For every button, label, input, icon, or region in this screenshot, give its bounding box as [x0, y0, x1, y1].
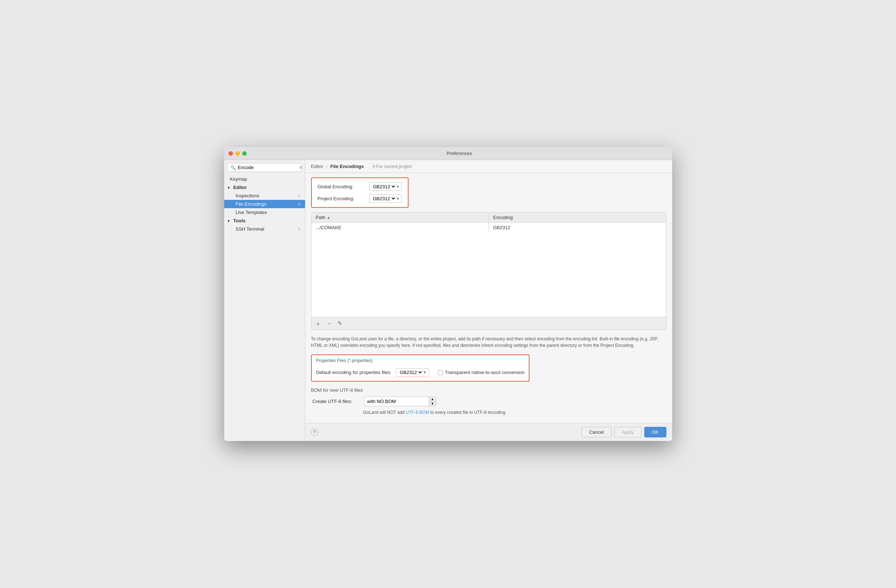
ok-button[interactable]: OK — [644, 427, 666, 437]
encoding-header[interactable]: Encoding — [489, 213, 666, 222]
footer: ? Cancel Apply OK — [305, 423, 672, 441]
copy-icon-for-project: ⎘ — [373, 164, 375, 169]
global-encoding-arrow: ▼ — [396, 185, 400, 189]
title-bar: Preferences — [224, 147, 672, 160]
sidebar-item-file-encodings[interactable]: File Encodings ⎘ — [224, 200, 305, 208]
project-encoding-label: Project Encoding: — [318, 196, 365, 201]
bom-section: BOM for new UTF-8 files Create UTF-8 fil… — [311, 386, 666, 416]
sidebar-item-editor-label: Editor — [233, 185, 247, 190]
bom-note: GoLand will NOT add UTF-8 BOM to every c… — [363, 410, 666, 415]
bom-select-container[interactable]: with NO BOM ▲ ▼ — [364, 396, 436, 406]
maximize-button[interactable] — [242, 151, 247, 156]
traffic-lights — [229, 151, 247, 156]
project-encoding-arrow: ▼ — [396, 197, 400, 201]
search-box[interactable]: 🔍 ✕ — [227, 163, 302, 172]
global-encoding-label: Global Encoding: — [318, 184, 365, 189]
expand-triangle: ▼ — [227, 186, 231, 190]
search-input[interactable] — [238, 165, 299, 170]
sidebar-item-live-templates-label: Live Templates — [236, 210, 267, 215]
properties-row: Default encoding for properties files: G… — [316, 368, 525, 376]
table-toolbar: + − ✎ — [311, 317, 666, 329]
encoding-section-box: Global Encoding: GB2312 UTF-8 UTF-16 ▼ — [311, 177, 409, 208]
table-row[interactable]: .../COMAKE GB2312 — [311, 223, 666, 232]
bom-stepper: ▲ ▼ — [429, 397, 436, 406]
transparent-checkbox[interactable] — [438, 370, 443, 375]
bom-row: Create UTF-8 files: with NO BOM ▲ ▼ — [312, 396, 666, 406]
sidebar-item-file-encodings-label: File Encodings — [236, 201, 267, 207]
search-icon: 🔍 — [230, 165, 236, 170]
bom-create-label: Create UTF-8 files: — [312, 399, 360, 404]
remove-button[interactable]: − — [325, 319, 333, 327]
global-encoding-select-wrapper[interactable]: GB2312 UTF-8 UTF-16 ▼ — [369, 183, 402, 191]
properties-encoding-select[interactable]: GB2312 UTF-8 — [398, 369, 423, 375]
sort-arrow-icon: ▲ — [327, 215, 330, 219]
project-encoding-select-wrapper[interactable]: GB2312 UTF-8 UTF-16 ▼ — [369, 194, 402, 203]
table-body: .../COMAKE GB2312 — [311, 223, 666, 317]
sidebar-item-ssh-terminal-label: SSH Terminal — [236, 226, 264, 232]
ssh-terminal-copy-icon: ⎘ — [298, 227, 300, 232]
bom-note-link[interactable]: UTF-8 BOM — [405, 410, 429, 415]
help-button[interactable]: ? — [311, 429, 318, 436]
content-pane: Editor › File Encodings ⎘ For current pr… — [305, 160, 672, 441]
sidebar: 🔍 ✕ Keymap ▼ Editor Inspections ⎘ — [224, 160, 305, 441]
table-cell-encoding: GB2312 — [489, 223, 666, 232]
sidebar-item-ssh-terminal[interactable]: SSH Terminal ⎘ — [224, 225, 305, 233]
minimize-button[interactable] — [235, 151, 240, 156]
sidebar-item-live-templates[interactable]: Live Templates — [224, 208, 305, 216]
global-encoding-select[interactable]: GB2312 UTF-8 UTF-16 — [372, 184, 396, 190]
main-content: 🔍 ✕ Keymap ▼ Editor Inspections ⎘ — [224, 160, 672, 441]
edit-button[interactable]: ✎ — [336, 319, 344, 327]
bom-title: BOM for new UTF-8 files — [311, 387, 666, 393]
encoding-section: Global Encoding: GB2312 UTF-8 UTF-16 ▼ — [311, 177, 666, 208]
breadcrumb-current: File Encodings — [330, 164, 364, 169]
global-encoding-row: Global Encoding: GB2312 UTF-8 UTF-16 ▼ — [318, 183, 402, 191]
content-body: Global Encoding: GB2312 UTF-8 UTF-16 ▼ — [305, 173, 672, 423]
sidebar-item-inspections[interactable]: Inspections ⎘ — [224, 192, 305, 200]
footer-buttons: Cancel Apply OK — [582, 427, 666, 437]
table-header: Path ▲ Encoding — [311, 213, 666, 223]
description-text: To change encoding GoLand uses for a fil… — [311, 334, 666, 350]
window-title: Preferences — [251, 151, 668, 156]
project-encoding-select[interactable]: GB2312 UTF-8 UTF-16 — [372, 195, 396, 202]
breadcrumb: Editor › File Encodings — [311, 164, 364, 169]
project-encoding-row: Project Encoding: GB2312 UTF-8 UTF-16 ▼ — [318, 194, 402, 203]
properties-section-container: Properties Files (*.properties) Default … — [311, 355, 666, 382]
tools-expand-triangle: ▼ — [227, 219, 231, 223]
breadcrumb-arrow: › — [326, 164, 329, 169]
preferences-window: Preferences 🔍 ✕ Keymap ▼ Editor — [224, 147, 672, 441]
default-encoding-label: Default encoding for properties files: — [316, 370, 392, 375]
sidebar-item-tools-label: Tools — [233, 218, 245, 223]
bom-note-prefix: GoLand will NOT add — [363, 410, 406, 415]
properties-section-box: Properties Files (*.properties) Default … — [311, 355, 530, 382]
sidebar-item-inspections-label: Inspections — [236, 193, 260, 198]
for-project-label: ⎘ For current project — [373, 164, 412, 169]
add-button[interactable]: + — [314, 319, 322, 327]
apply-button[interactable]: Apply — [614, 427, 642, 437]
properties-legend: Properties Files (*.properties) — [316, 358, 525, 363]
bom-select-value: with NO BOM — [364, 397, 429, 405]
path-table: Path ▲ Encoding .../COMAKE GB2312 — [311, 212, 666, 330]
bom-note-suffix: to every created file in UTF-8 encoding — [429, 410, 505, 415]
bom-stepper-down[interactable]: ▼ — [429, 402, 436, 406]
file-encodings-copy-icon: ⎘ — [298, 202, 300, 206]
properties-encoding-select-wrapper[interactable]: GB2312 UTF-8 ▼ — [396, 368, 429, 376]
path-header[interactable]: Path ▲ — [311, 213, 489, 222]
sidebar-item-editor[interactable]: ▼ Editor — [224, 183, 305, 192]
properties-encoding-arrow: ▼ — [423, 370, 427, 375]
sidebar-item-tools[interactable]: ▼ Tools — [224, 216, 305, 225]
transparent-label: Transparent native-to-ascii conversion — [445, 370, 525, 375]
content-header: Editor › File Encodings ⎘ For current pr… — [305, 160, 672, 173]
cancel-button[interactable]: Cancel — [582, 427, 611, 437]
close-button[interactable] — [229, 151, 233, 156]
search-clear-icon[interactable]: ✕ — [299, 165, 302, 170]
inspections-copy-icon: ⎘ — [298, 194, 300, 198]
sidebar-item-keymap-label: Keymap — [230, 176, 247, 182]
table-cell-path: .../COMAKE — [311, 223, 489, 232]
footer-left: ? — [311, 429, 318, 436]
breadcrumb-parent: Editor — [311, 164, 323, 169]
sidebar-item-keymap[interactable]: Keymap — [224, 175, 305, 183]
transparent-checkbox-area: Transparent native-to-ascii conversion — [438, 370, 525, 375]
bom-stepper-up[interactable]: ▲ — [429, 397, 436, 402]
